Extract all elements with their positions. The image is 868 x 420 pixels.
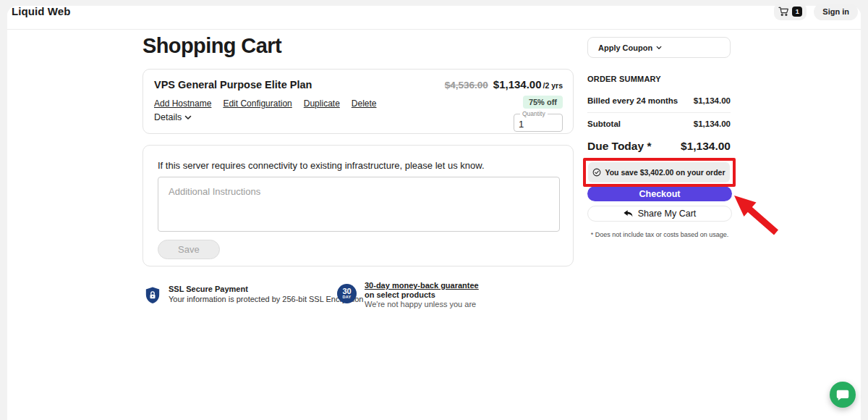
- ssl-trust-badge: SSL Secure Payment Your information is p…: [145, 285, 363, 305]
- cart-icon: [778, 7, 789, 17]
- original-price: $4,536.00: [445, 80, 488, 91]
- discount-badge: 75% off: [523, 96, 563, 109]
- chevron-down-icon: [184, 115, 192, 120]
- badge-day: DAY: [342, 295, 351, 300]
- edit-configuration-link[interactable]: Edit Configuration: [223, 98, 292, 109]
- due-today-row: Due Today * $1,134.00: [587, 140, 731, 153]
- duplicate-link[interactable]: Duplicate: [304, 98, 340, 109]
- chevron-down-icon: [656, 46, 662, 50]
- ssl-text: SSL Secure Payment Your information is p…: [169, 285, 363, 303]
- details-toggle[interactable]: Details: [154, 112, 192, 122]
- share-cart-label: Share My Cart: [638, 209, 697, 219]
- due-today-label: Due Today *: [587, 140, 651, 153]
- instructions-prompt: If this server requires connectivity to …: [158, 160, 485, 171]
- header-actions: 1 Sign in: [774, 3, 858, 20]
- guarantee-line2: on select products: [365, 290, 479, 299]
- 30-day-badge-icon: 30 DAY: [337, 284, 357, 303]
- instructions-card: If this server requires connectivity to …: [142, 145, 574, 266]
- page-title: Shopping Cart: [142, 34, 281, 58]
- cart-button[interactable]: 1: [774, 3, 807, 20]
- billing-label: Billed every 24 months: [587, 96, 678, 105]
- product-title: VPS General Purpose Elite Plan: [154, 79, 312, 91]
- chat-launcher-button[interactable]: [830, 382, 856, 408]
- product-card: VPS General Purpose Elite Plan Add Hostn…: [142, 69, 574, 134]
- product-actions: Add Hostname Edit Configuration Duplicat…: [154, 98, 377, 109]
- lock-shield-icon: [145, 286, 161, 305]
- quantity-input[interactable]: [519, 119, 555, 130]
- delete-link[interactable]: Delete: [352, 98, 377, 109]
- price-row: $4,536.00 $1,134.00 /2 yrs: [445, 78, 563, 91]
- quantity-field: Quantity: [514, 110, 563, 132]
- top-bar: [7, 6, 861, 30]
- additional-instructions-input[interactable]: [158, 177, 560, 232]
- add-hostname-link[interactable]: Add Hostname: [154, 98, 211, 109]
- guarantee-text: 30-day money-back guarantee on select pr…: [365, 281, 479, 308]
- summary-divider: [587, 112, 731, 113]
- save-button[interactable]: Save: [158, 240, 220, 259]
- subtotal-label: Subtotal: [587, 119, 621, 128]
- summary-row-subtotal: Subtotal $1,134.00: [587, 119, 731, 128]
- brand-logo[interactable]: Liquid Web: [12, 5, 71, 17]
- apply-coupon-label: Apply Coupon: [598, 43, 652, 52]
- share-cart-button[interactable]: Share My Cart: [587, 206, 732, 222]
- summary-row-billing: Billed every 24 months $1,134.00: [587, 96, 731, 105]
- tax-footnote: * Does not include tax or costs based on…: [587, 231, 732, 238]
- details-label: Details: [154, 112, 182, 122]
- billing-value: $1,134.00: [694, 96, 731, 105]
- savings-message: You save $3,402.00 on your order: [605, 168, 725, 177]
- ssl-title: SSL Secure Payment: [169, 285, 363, 293]
- due-today-value: $1,134.00: [681, 140, 731, 153]
- check-circle-icon: [592, 168, 601, 177]
- quantity-label: Quantity: [520, 110, 548, 117]
- subtotal-value: $1,134.00: [694, 119, 731, 128]
- guarantee-line3: We're not happy unless you are: [365, 300, 479, 308]
- checkout-button[interactable]: Checkout: [587, 186, 732, 201]
- savings-message-pill: You save $3,402.00 on your order: [588, 162, 730, 182]
- billing-term: /2 yrs: [543, 81, 563, 90]
- cart-count-badge: 1: [792, 7, 802, 17]
- order-summary-title: ORDER SUMMARY: [587, 75, 661, 83]
- guarantee-trust-badge: 30 DAY 30-day money-back guarantee on se…: [337, 281, 479, 308]
- apply-coupon-dropdown[interactable]: Apply Coupon: [587, 37, 731, 58]
- chat-bubble-icon: [836, 389, 849, 401]
- sign-in-button[interactable]: Sign in: [814, 4, 858, 20]
- guarantee-title[interactable]: 30-day money-back guarantee: [365, 281, 479, 290]
- ssl-subtitle: Your information is protected by 256-bit…: [169, 295, 363, 303]
- current-price: $1,134.00: [493, 78, 542, 91]
- share-arrow-icon: [624, 210, 633, 218]
